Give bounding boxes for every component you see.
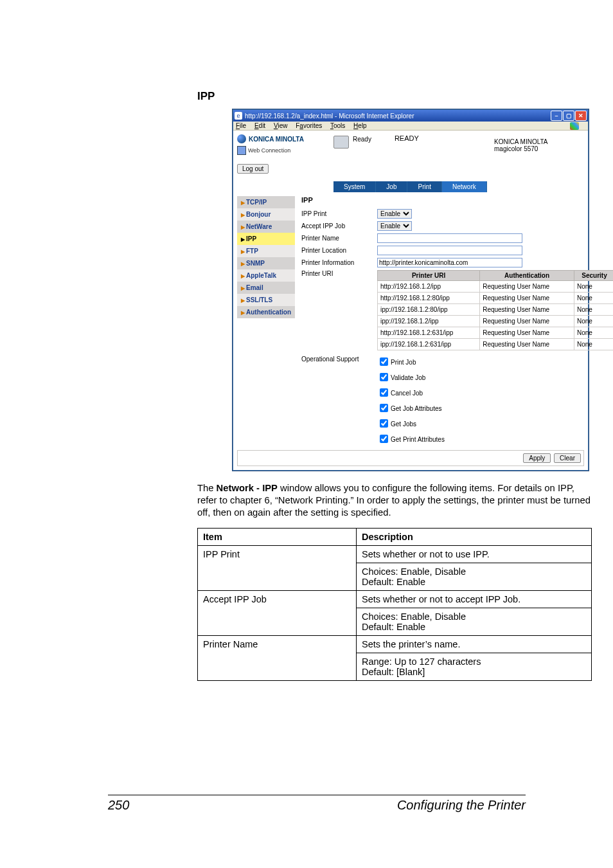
sidebar-item-label: FTP: [246, 248, 258, 255]
label-printer-info: Printer Information: [301, 259, 377, 266]
table-row: IPP PrintSets whether or not to use IPP.: [198, 545, 592, 563]
sidebar-item-label: TCP/IP: [246, 199, 267, 206]
triangle-icon: ▶: [241, 200, 245, 206]
op-label: Get Jobs: [391, 420, 416, 428]
label-printer-name: Printer Name: [301, 235, 377, 242]
op-item: Get Jobs: [377, 417, 445, 429]
input-printer-info[interactable]: [377, 258, 522, 267]
browser-window: e http://192.168.1.2/a_index.html - Micr…: [233, 109, 589, 471]
minimize-button[interactable]: –: [551, 111, 562, 121]
auth-cell: Requesting User Name: [480, 293, 574, 304]
sec-cell: None: [574, 339, 613, 350]
pagescope-icon: [237, 146, 246, 155]
label-accept-ipp: Accept IPP Job: [301, 222, 377, 230]
sidebar-item-tcp-ip[interactable]: ▶TCP/IP: [237, 196, 295, 208]
form-title: IPP: [301, 196, 613, 204]
section-heading: IPP: [197, 90, 525, 103]
triangle-icon: ▶: [241, 285, 245, 291]
op-checkbox[interactable]: [380, 419, 388, 428]
model-line1: KONICA MINOLTA: [494, 138, 584, 145]
ie-icon: e: [235, 112, 242, 120]
sidebar-item-label: SNMP: [246, 260, 265, 267]
sidebar-item-label: Authentication: [246, 309, 291, 316]
doc-th-item: Item: [198, 528, 357, 545]
table-row: Printer NameSets the printer’s name.: [198, 635, 592, 653]
label-ipp-print: IPP Print: [301, 210, 377, 217]
table-row: Accept IPP JobSets whether or not to acc…: [198, 590, 592, 608]
product-name: Web Connection: [237, 146, 333, 155]
clear-button[interactable]: Clear: [554, 453, 581, 463]
apply-button[interactable]: Apply: [523, 453, 551, 463]
op-checkbox[interactable]: [380, 388, 388, 397]
op-item: Print Job: [377, 356, 445, 368]
tab-network[interactable]: Network: [442, 181, 487, 192]
select-accept-ipp[interactable]: Enable: [377, 221, 412, 231]
brand-globe-icon: [237, 134, 246, 143]
close-button[interactable]: ✕: [575, 111, 587, 121]
triangle-icon: ▶: [241, 261, 245, 267]
op-item: Get Print Attributes: [377, 433, 445, 445]
side-nav: ▶TCP/IP▶Bonjour▶NetWare▶IPP▶FTP▶SNMP▶App…: [237, 196, 295, 318]
op-label: Cancel Job: [391, 390, 423, 397]
op-label: Get Print Attributes: [391, 436, 445, 443]
printer-icon: [333, 136, 349, 149]
triangle-icon: ▶: [241, 249, 245, 255]
auth-cell: Requesting User Name: [480, 304, 574, 316]
sidebar-item-netware[interactable]: ▶NetWare: [237, 221, 295, 233]
sidebar-item-bonjour[interactable]: ▶Bonjour: [237, 208, 295, 221]
auth-cell: Requesting User Name: [480, 327, 574, 339]
sidebar-item-email[interactable]: ▶Email: [237, 282, 295, 294]
tab-job[interactable]: Job: [376, 181, 407, 192]
web-page: KONICA MINOLTA Web Connection Log out Re…: [233, 131, 588, 470]
op-checkbox[interactable]: [380, 435, 388, 443]
status-ready-big: READY: [395, 134, 419, 142]
body-paragraph: The Network - IPP window allows you to c…: [197, 482, 594, 519]
doc-desc-cell: Sets whether or not to accept IPP Job.: [357, 590, 592, 608]
sidebar-item-appletalk[interactable]: ▶AppleTalk: [237, 269, 295, 282]
menu-bar: File Edit View Favorites Tools Help: [233, 122, 588, 131]
sidebar-item-label: Email: [246, 284, 263, 291]
sidebar-item-label: IPP: [246, 235, 256, 242]
sec-cell: None: [574, 304, 613, 316]
menu-help[interactable]: Help: [353, 122, 367, 129]
menu-edit[interactable]: Edit: [254, 122, 265, 129]
input-printer-location[interactable]: [377, 246, 522, 255]
sidebar-item-ssl-tls[interactable]: ▶SSL/TLS: [237, 294, 295, 306]
page-number: 250: [108, 798, 129, 813]
logout-button[interactable]: Log out: [237, 164, 269, 174]
triangle-icon: ▶: [241, 298, 245, 303]
form-area: IPP IPP Print Enable Accept IPP Job Enab…: [295, 196, 613, 445]
sidebar-item-label: NetWare: [246, 223, 272, 230]
op-checkbox[interactable]: [380, 357, 388, 366]
windows-flag-icon: [570, 122, 579, 130]
op-checkbox[interactable]: [380, 373, 388, 381]
menu-view[interactable]: View: [274, 122, 288, 129]
para-pre: The: [197, 483, 217, 493]
select-ipp-print[interactable]: Enable: [377, 209, 412, 219]
doc-th-desc: Description: [357, 528, 592, 545]
auth-cell: Requesting User Name: [480, 316, 574, 327]
tab-print[interactable]: Print: [407, 181, 442, 192]
table-row: http://192.168.1.2/ippRequesting User Na…: [378, 281, 614, 293]
op-label: Validate Job: [391, 374, 425, 381]
window-buttons: – ▢ ✕: [551, 111, 587, 121]
menu-file[interactable]: File: [236, 122, 246, 129]
doc-desc-cell: Range: Up to 127 charactersDefault: [Bla…: [357, 653, 592, 680]
menu-favorites[interactable]: Favorites: [296, 122, 322, 129]
op-label: Get Job Attributes: [391, 405, 442, 412]
tab-system[interactable]: System: [333, 181, 376, 192]
uri-th-uri: Printer URI: [378, 271, 480, 281]
doc-item-cell: Printer Name: [198, 635, 357, 680]
status-ready-small: Ready: [353, 134, 371, 143]
uri-cell: http://192.168.1.2:631/ipp: [378, 327, 480, 339]
brand-logo: KONICA MINOLTA: [237, 134, 333, 143]
sidebar-item-ipp[interactable]: ▶IPP: [237, 233, 295, 245]
input-printer-name[interactable]: [377, 233, 522, 243]
op-checkbox[interactable]: [380, 404, 388, 412]
label-printer-uri: Printer URI: [301, 270, 377, 277]
sidebar-item-authentication[interactable]: ▶Authentication: [237, 306, 295, 318]
menu-tools[interactable]: Tools: [330, 122, 345, 129]
maximize-button[interactable]: ▢: [563, 111, 574, 121]
sidebar-item-snmp[interactable]: ▶SNMP: [237, 257, 295, 269]
sidebar-item-ftp[interactable]: ▶FTP: [237, 245, 295, 257]
